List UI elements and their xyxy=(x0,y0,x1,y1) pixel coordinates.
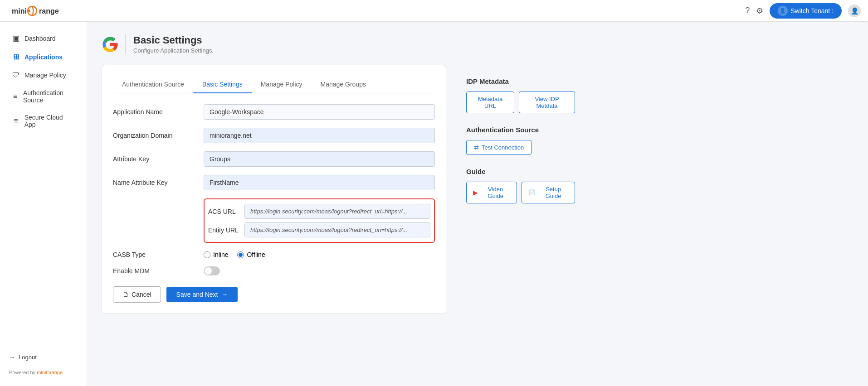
acs-url-label: ACS URL xyxy=(208,208,244,215)
auth-source-section: Authentication Source ⇄ Test Connection xyxy=(466,126,575,155)
powered-by: Powered by miniOrange xyxy=(0,366,87,379)
test-connection-button[interactable]: ⇄ Test Connection xyxy=(466,140,532,155)
casb-radio-group: Inline Offline xyxy=(204,251,265,258)
action-buttons: 🗋 Cancel Save and Next → xyxy=(113,286,435,303)
topbar-right: ? ⚙ 👤 Switch Tenant : 👤 xyxy=(745,3,861,19)
guide-buttons: ▶ Video Guide 📄 Setup Guide xyxy=(466,182,575,203)
enable-mdm-toggle[interactable] xyxy=(204,266,220,275)
sidebar-item-label: Manage Policy xyxy=(24,72,66,79)
name-attr-key-label: Name Attribute Key xyxy=(113,179,204,186)
cancel-label: Cancel xyxy=(132,291,151,298)
guide-section: Guide ▶ Video Guide 📄 Setup Guide xyxy=(466,168,575,203)
entity-url-input[interactable] xyxy=(244,222,430,237)
cancel-button[interactable]: 🗋 Cancel xyxy=(113,286,161,303)
settings-icon[interactable]: ⚙ xyxy=(756,6,763,16)
applications-icon: ⊞ xyxy=(12,53,20,61)
casb-offline-option[interactable]: Offline xyxy=(237,251,265,258)
video-guide-label: Video Guide xyxy=(481,186,510,199)
logout-button[interactable]: → Logout xyxy=(0,348,87,366)
casb-inline-option[interactable]: Inline xyxy=(204,251,228,258)
org-domain-row: Organization Domain xyxy=(113,128,435,143)
casb-offline-radio[interactable] xyxy=(237,251,244,258)
sidebar-item-applications[interactable]: ⊞ Applications xyxy=(3,48,84,66)
sidebar-item-label: Dashboard xyxy=(24,35,56,42)
cancel-doc-icon: 🗋 xyxy=(122,291,129,298)
page-subtitle: Configure Application Settings. xyxy=(133,47,214,54)
attr-key-label: Attribute Key xyxy=(113,155,204,163)
attr-key-row: Attribute Key xyxy=(113,151,435,167)
enable-mdm-label: Enable MDM xyxy=(113,267,204,275)
view-idp-label: View IDP Metdata xyxy=(526,96,568,109)
document-icon: 📄 xyxy=(528,189,536,196)
logout-icon: → xyxy=(9,354,15,361)
casb-inline-label: Inline xyxy=(213,251,228,258)
video-guide-button[interactable]: ▶ Video Guide xyxy=(466,182,517,203)
sidebar-item-label: Applications xyxy=(24,53,63,61)
entity-url-row: Entity URL xyxy=(208,222,430,237)
acs-url-input[interactable] xyxy=(244,204,430,219)
tab-basic-settings[interactable]: Basic Settings xyxy=(193,76,252,93)
settings-card: Authentication Source Basic Settings Man… xyxy=(102,65,446,314)
tab-manage-groups[interactable]: Manage Groups xyxy=(312,76,375,93)
page-title: Basic Settings xyxy=(133,34,214,46)
guide-title: Guide xyxy=(466,168,575,175)
powered-by-prefix: Powered by xyxy=(9,370,37,375)
cloud-icon: ≡ xyxy=(12,117,20,125)
switch-tenant-label: Switch Tenant : xyxy=(790,7,834,14)
main-content: Basic Settings Configure Application Set… xyxy=(87,22,868,386)
youtube-icon: ▶ xyxy=(473,189,478,196)
toggle-knob xyxy=(205,267,212,275)
sidebar-item-label: Authentication Source xyxy=(23,89,75,104)
sidebar-item-authentication-source[interactable]: ≡ Authentication Source xyxy=(3,85,84,108)
casb-inline-radio[interactable] xyxy=(204,251,210,258)
app-name-label: Application Name xyxy=(113,108,204,116)
app-name-input[interactable] xyxy=(204,104,435,120)
svg-text:range: range xyxy=(39,7,59,15)
logout-label: Logout xyxy=(19,354,37,361)
svg-point-3 xyxy=(28,10,30,12)
sidebar-item-manage-policy[interactable]: 🛡 Manage Policy xyxy=(3,67,84,84)
metadata-url-label: Metadata URL xyxy=(473,96,507,109)
powered-by-brand: miniOrange xyxy=(37,370,63,375)
casb-type-label: CASB Type xyxy=(113,251,204,258)
user-avatar[interactable]: 👤 xyxy=(848,5,861,17)
tab-manage-policy[interactable]: Manage Policy xyxy=(252,76,312,93)
auth-source-icon: ≡ xyxy=(12,92,19,101)
help-icon[interactable]: ? xyxy=(745,6,750,15)
acs-url-row: ACS URL xyxy=(208,204,430,219)
save-next-button[interactable]: Save and Next → xyxy=(166,287,238,302)
logo-area: range mini xyxy=(7,4,71,18)
test-conn-icon: ⇄ xyxy=(474,144,479,151)
dashboard-icon: ▣ xyxy=(12,34,20,43)
sidebar-item-secure-cloud-app[interactable]: ≡ Secure Cloud App xyxy=(3,109,84,133)
idp-metadata-title: IDP Metadata xyxy=(466,77,575,85)
sidebar-item-dashboard[interactable]: ▣ Dashboard xyxy=(3,29,84,47)
casb-offline-label: Offline xyxy=(247,251,265,258)
metadata-url-button[interactable]: Metadata URL xyxy=(466,92,514,113)
app-name-row: Application Name xyxy=(113,104,435,120)
setup-guide-label: Setup Guide xyxy=(538,186,568,199)
setup-guide-button[interactable]: 📄 Setup Guide xyxy=(522,182,575,203)
page-title-area: Basic Settings Configure Application Set… xyxy=(125,34,214,54)
name-attr-key-row: Name Attribute Key xyxy=(113,175,435,190)
entity-url-label: Entity URL xyxy=(208,227,244,234)
enable-mdm-row: Enable MDM xyxy=(113,266,435,275)
test-connection-label: Test Connection xyxy=(482,144,524,151)
tabs: Authentication Source Basic Settings Man… xyxy=(113,76,435,93)
url-highlighted-box: ACS URL Entity URL xyxy=(204,198,435,243)
attr-key-input[interactable] xyxy=(204,151,435,167)
sidebar-item-label: Secure Cloud App xyxy=(24,114,75,128)
idp-metadata-section: IDP Metadata Metadata URL View IDP Metda… xyxy=(466,77,575,113)
save-next-label: Save and Next xyxy=(176,291,218,298)
arrow-icon: → xyxy=(221,291,228,298)
page-header: Basic Settings Configure Application Set… xyxy=(102,34,853,54)
switch-tenant-button[interactable]: 👤 Switch Tenant : xyxy=(770,3,842,19)
idp-metadata-buttons: Metadata URL View IDP Metdata xyxy=(466,92,575,113)
view-idp-button[interactable]: View IDP Metdata xyxy=(519,92,575,113)
name-attr-key-input[interactable] xyxy=(204,175,435,190)
tab-authentication-source[interactable]: Authentication Source xyxy=(113,76,193,93)
org-domain-input[interactable] xyxy=(204,128,435,143)
shield-icon: 🛡 xyxy=(12,71,20,79)
miniorange-logo: range mini xyxy=(7,4,71,18)
svg-text:mini: mini xyxy=(12,7,27,15)
